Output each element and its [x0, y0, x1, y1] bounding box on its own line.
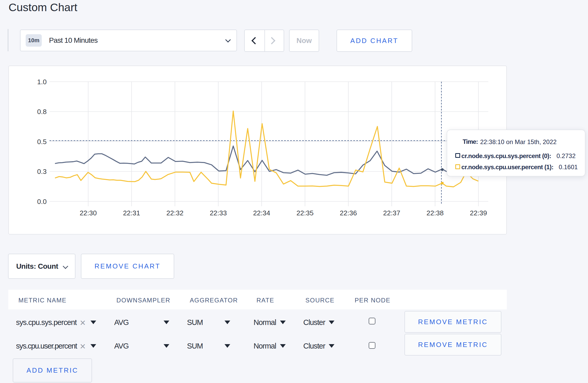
svg-text:0.8: 0.8 [37, 108, 47, 116]
svg-text:22:34: 22:34 [253, 209, 270, 217]
svg-text:22:37: 22:37 [383, 209, 400, 217]
svg-text:22:31: 22:31 [123, 209, 140, 217]
svg-text:22:35: 22:35 [296, 209, 313, 217]
svg-text:0.5: 0.5 [37, 138, 47, 146]
svg-text:22:33: 22:33 [210, 209, 227, 217]
svg-text:22:39: 22:39 [470, 209, 487, 217]
svg-text:22:30: 22:30 [80, 209, 97, 217]
svg-text:22:38: 22:38 [426, 209, 444, 217]
svg-text:0.3: 0.3 [37, 168, 47, 175]
svg-text:0.0: 0.0 [37, 198, 47, 205]
svg-text:1.0: 1.0 [37, 78, 47, 86]
svg-text:22:36: 22:36 [340, 209, 357, 217]
svg-text:22:32: 22:32 [166, 209, 184, 217]
